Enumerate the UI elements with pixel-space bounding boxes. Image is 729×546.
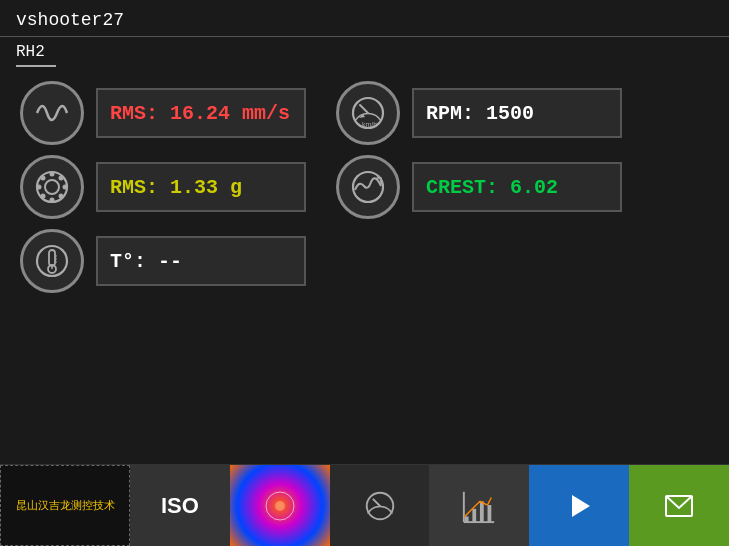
svg-rect-26 xyxy=(473,508,477,521)
brand-label: 昆山汉吉龙测控技术 xyxy=(0,465,130,546)
svg-point-7 xyxy=(37,185,42,190)
app-container: vshooter27 RH2 RMS: 16.24 mm/s xyxy=(0,0,729,546)
subtitle-label: RH2 xyxy=(16,43,56,67)
subtitle-section: RH2 xyxy=(0,37,729,67)
svg-text:km/h: km/h xyxy=(362,121,377,128)
chart-button[interactable] xyxy=(429,465,529,546)
crest-value: CREST: 6.02 xyxy=(426,176,558,199)
toolbar: 昆山汉吉龙测控技术 ISO xyxy=(0,464,729,546)
metric-item-rms-velocity: RMS: 16.24 mm/s xyxy=(20,81,306,145)
metric-row-1: RMS: 16.24 mm/s km/h xyxy=(20,81,709,145)
metrics-grid: RMS: 16.24 mm/s km/h xyxy=(20,81,709,293)
gauge-button[interactable] xyxy=(330,465,430,546)
metric-row-2: RMS: 1.33 g CREST: 6.02 xyxy=(20,155,709,219)
header: vshooter27 xyxy=(0,0,729,37)
rms-velocity-box: RMS: 16.24 mm/s xyxy=(96,88,306,138)
svg-rect-15 xyxy=(49,250,55,266)
thermometer-icon xyxy=(20,229,84,293)
metric-item-rpm: km/h RPM: 1500 xyxy=(336,81,622,145)
play-button[interactable] xyxy=(529,465,629,546)
main-content: RMS: 16.24 mm/s km/h xyxy=(0,67,729,464)
svg-point-10 xyxy=(59,194,64,199)
svg-rect-27 xyxy=(480,501,484,522)
iso-label: ISO xyxy=(161,493,199,519)
app-title: vshooter27 xyxy=(16,10,124,30)
rpm-value: RPM: 1500 xyxy=(426,102,534,125)
svg-rect-28 xyxy=(488,505,492,522)
svg-point-9 xyxy=(41,176,46,181)
rms-accel-value: RMS: 1.33 g xyxy=(110,176,242,199)
rms-velocity-value: RMS: 16.24 mm/s xyxy=(110,102,290,125)
bearing-icon xyxy=(20,155,84,219)
speedometer-icon: km/h xyxy=(336,81,400,145)
svg-line-24 xyxy=(373,499,380,506)
svg-point-8 xyxy=(63,185,68,190)
colorwheel-button[interactable] xyxy=(230,465,330,546)
svg-point-11 xyxy=(59,176,64,181)
colorwheel-icon xyxy=(262,488,298,524)
play-icon xyxy=(564,491,594,521)
save-icon xyxy=(663,490,695,522)
metric-item-temperature: T°: -- xyxy=(20,229,306,293)
svg-line-1 xyxy=(360,105,368,113)
save-button[interactable] xyxy=(629,465,729,546)
brand-text: 昆山汉吉龙测控技术 xyxy=(16,498,115,513)
iso-button[interactable]: ISO xyxy=(130,465,230,546)
svg-marker-31 xyxy=(572,495,590,517)
crest-box: CREST: 6.02 xyxy=(412,162,622,212)
rms-accel-box: RMS: 1.33 g xyxy=(96,162,306,212)
chart-icon xyxy=(461,488,497,524)
svg-point-4 xyxy=(45,180,59,194)
gauge-icon xyxy=(362,488,398,524)
metric-item-rms-accel: RMS: 1.33 g xyxy=(20,155,306,219)
metric-item-crest: CREST: 6.02 xyxy=(336,155,622,219)
temperature-value: T°: -- xyxy=(110,250,182,273)
svg-point-6 xyxy=(50,198,55,203)
svg-point-5 xyxy=(50,172,55,177)
crest-wave-icon xyxy=(336,155,400,219)
metric-row-3: T°: -- xyxy=(20,229,709,293)
temperature-box: T°: -- xyxy=(96,236,306,286)
svg-point-22 xyxy=(275,501,285,511)
rpm-box: RPM: 1500 xyxy=(412,88,622,138)
svg-point-12 xyxy=(41,194,46,199)
sine-wave-icon xyxy=(20,81,84,145)
